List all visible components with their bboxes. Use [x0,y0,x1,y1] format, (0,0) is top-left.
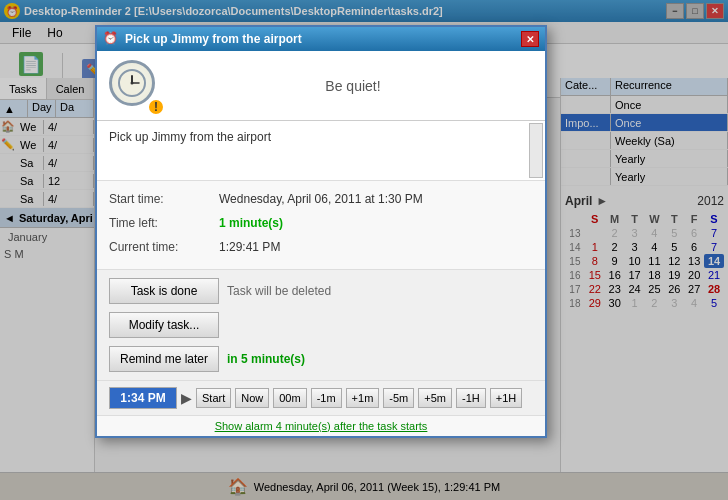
clock-svg [117,68,147,98]
dialog-titlebar: ⏰ Pick up Jimmy from the airport ✕ [97,27,545,51]
start-time-value: Wednesday, April 06, 2011 at 1:30 PM [219,192,423,206]
time-chip-minus1h[interactable]: -1H [456,388,486,408]
remind-in-value: in 5 minute(s) [227,352,305,366]
dialog-info: Start time: Wednesday, April 06, 2011 at… [97,181,545,270]
start-time-label: Start time: [109,192,219,206]
warning-badge: ! [147,98,165,116]
time-chip-minus1m[interactable]: -1m [311,388,342,408]
dialog-close-button[interactable]: ✕ [521,31,539,47]
will-be-deleted-text: Task will be deleted [227,284,331,298]
modify-task-row: Modify task... [109,312,533,338]
remind-later-button[interactable]: Remind me later [109,346,219,372]
time-chip-plus1h[interactable]: +1H [490,388,523,408]
task-done-row: Task is done Task will be deleted [109,278,533,304]
dialog-header: ! Be quiet! [97,51,545,121]
current-time-label: Current time: [109,240,219,254]
task-done-button[interactable]: Task is done [109,278,219,304]
current-time-row: Current time: 1:29:41 PM [109,237,533,257]
time-arrow-icon: ▶ [181,390,192,406]
start-time-row: Start time: Wednesday, April 06, 2011 at… [109,189,533,209]
alert-text: Be quiet! [173,78,533,94]
time-left-label: Time left: [109,216,219,230]
svg-point-3 [131,81,134,84]
time-chip-now[interactable]: Now [235,388,269,408]
time-chip-minus5m[interactable]: -5m [383,388,414,408]
main-window: ⏰ Desktop-Reminder 2 [E:\Users\dozorca\D… [0,0,728,500]
alarm-clock-icon: ! [109,60,161,112]
dialog-time-row: 1:34 PM ▶ Start Now 00m -1m +1m -5m +5m … [97,381,545,416]
time-chip-00m[interactable]: 00m [273,388,306,408]
time-chip-plus5m[interactable]: +5m [418,388,452,408]
green-link[interactable]: Show alarm 4 minute(s) after the task st… [97,416,545,436]
time-left-row: Time left: 1 minute(s) [109,213,533,233]
dialog-overlay: ⏰ Pick up Jimmy from the airport ✕ [0,0,728,500]
dialog-icon: ⏰ [103,31,119,47]
clock-face [109,60,155,106]
modify-task-button[interactable]: Modify task... [109,312,219,338]
scrollbar[interactable] [529,123,543,178]
time-chip-start[interactable]: Start [196,388,231,408]
time-left-value: 1 minute(s) [219,216,283,230]
time-chip-plus1m[interactable]: +1m [346,388,380,408]
reminder-dialog: ⏰ Pick up Jimmy from the airport ✕ [95,25,547,438]
task-description: Pick up Jimmy from the airport [109,129,533,146]
remind-row: Remind me later in 5 minute(s) [109,346,533,372]
dialog-actions: Task is done Task will be deleted Modify… [97,270,545,381]
current-time-value: 1:29:41 PM [219,240,280,254]
dialog-body: Pick up Jimmy from the airport [97,121,545,181]
time-input[interactable]: 1:34 PM [109,387,177,409]
dialog-title: Pick up Jimmy from the airport [125,32,521,46]
